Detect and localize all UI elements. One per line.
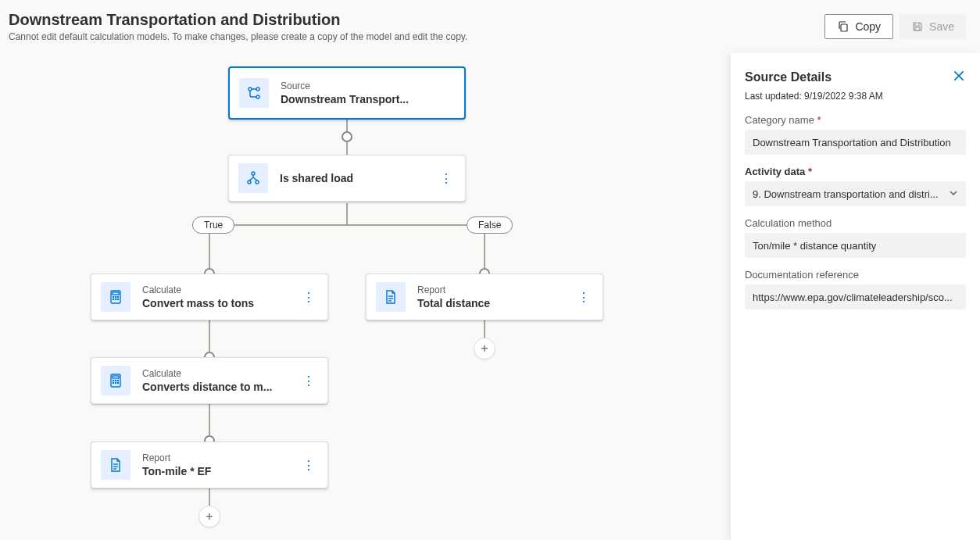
doc-label: Documentation reference <box>745 269 966 281</box>
more-icon[interactable] <box>299 368 318 393</box>
node-type-label: Report <box>142 452 299 463</box>
close-button[interactable] <box>952 69 966 86</box>
node-type-label: Calculate <box>142 368 299 379</box>
more-icon[interactable] <box>574 284 593 309</box>
svg-point-14 <box>252 172 255 175</box>
connector-joint <box>342 131 352 142</box>
svg-point-31 <box>115 382 116 383</box>
svg-rect-0 <box>841 24 847 31</box>
svg-rect-26 <box>113 376 119 378</box>
copy-button[interactable]: Copy <box>824 14 893 39</box>
more-icon[interactable] <box>299 284 318 309</box>
node-title: Convert mass to tons <box>142 297 299 309</box>
svg-point-12 <box>256 88 259 91</box>
category-field[interactable]: Downstream Transportation and Distributi… <box>745 130 966 155</box>
details-panel: Source Details Last updated: 9/19/2022 9… <box>730 53 980 540</box>
method-label: Calculation method <box>745 217 966 229</box>
svg-point-20 <box>115 296 116 297</box>
svg-point-19 <box>113 296 113 297</box>
node-type-label: Report <box>417 284 574 295</box>
branch-false: False <box>467 216 513 234</box>
svg-point-15 <box>248 181 251 184</box>
last-updated: Last updated: 9/19/2022 9:38 AM <box>745 91 966 102</box>
add-step-button[interactable] <box>474 338 495 359</box>
activity-select[interactable]: 9. Downstream transportation and distri.… <box>745 181 966 206</box>
svg-point-16 <box>256 181 259 184</box>
source-icon <box>239 78 269 108</box>
save-icon <box>911 20 924 33</box>
node-title: Is shared load <box>280 172 437 184</box>
add-step-button[interactable] <box>199 506 220 527</box>
svg-point-28 <box>115 380 116 381</box>
doc-field[interactable]: https://www.epa.gov/climateleadership/sc… <box>745 284 966 309</box>
node-calculate-1[interactable]: Calculate Convert mass to tons <box>91 274 328 320</box>
svg-point-21 <box>117 296 118 297</box>
method-field[interactable]: Ton/mile * distance quantity <box>745 233 966 258</box>
svg-point-27 <box>113 380 113 381</box>
node-title: Ton-mile * EF <box>142 465 299 477</box>
svg-rect-18 <box>113 292 119 295</box>
node-title: Converts distance to m... <box>142 381 299 393</box>
save-label: Save <box>929 20 954 33</box>
report-icon <box>101 450 131 480</box>
activity-label: Activity data * <box>745 166 966 177</box>
page-title: Downstream Transportation and Distributi… <box>9 11 467 29</box>
save-button: Save <box>900 14 966 39</box>
node-report-2[interactable]: Report Total distance <box>366 274 603 320</box>
node-source[interactable]: Source Downstream Transport... <box>228 66 466 120</box>
panel-title: Source Details <box>745 70 832 84</box>
more-icon[interactable] <box>299 452 318 477</box>
copy-label: Copy <box>855 20 881 33</box>
node-type-label: Source <box>281 80 455 91</box>
report-icon <box>376 282 406 312</box>
category-label: Category name * <box>745 114 966 126</box>
svg-rect-1 <box>915 27 920 30</box>
branch-true: True <box>192 216 234 234</box>
node-type-label: Calculate <box>142 284 299 295</box>
calculate-icon <box>101 282 131 312</box>
node-calculate-2[interactable]: Calculate Converts distance to m... <box>91 357 328 404</box>
chevron-down-icon <box>949 188 958 200</box>
node-title: Downstream Transport... <box>281 93 455 105</box>
svg-point-30 <box>113 382 113 383</box>
node-condition[interactable]: Is shared load <box>228 155 466 202</box>
more-icon[interactable] <box>437 166 456 191</box>
svg-point-32 <box>117 382 118 383</box>
svg-point-23 <box>115 299 116 299</box>
node-title: Total distance <box>417 297 574 309</box>
page-subtitle: Cannot edit default calculation models. … <box>9 31 467 42</box>
svg-point-13 <box>256 95 259 98</box>
svg-point-24 <box>117 299 118 299</box>
condition-icon <box>238 163 268 193</box>
close-icon <box>952 69 966 83</box>
calculate-icon <box>101 366 131 395</box>
svg-point-11 <box>249 88 252 91</box>
node-report-1[interactable]: Report Ton-mile * EF <box>91 442 328 488</box>
svg-point-22 <box>113 299 113 299</box>
svg-point-29 <box>117 380 118 381</box>
copy-icon <box>837 20 849 33</box>
